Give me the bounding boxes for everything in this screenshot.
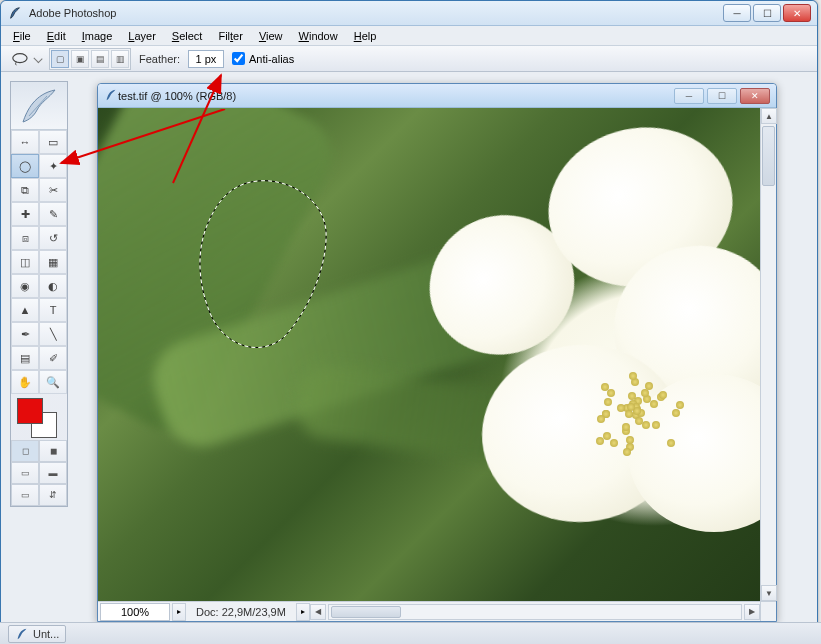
antialias-label: Anti-alias (249, 53, 294, 65)
screen-mode-row-2: ▭ ⇵ (11, 484, 67, 506)
brush-tool[interactable]: ✎ (39, 202, 67, 226)
document-minimize-button[interactable]: ─ (674, 88, 704, 104)
zoom-level-input[interactable]: 100% (100, 603, 170, 621)
toolbox: ↔▭◯✦⧉✂✚✎⧇↺◫▦◉◐▲T✒╲▤✐✋🔍 ◻ ◼ ▭ ▬ ▭ ⇵ (10, 81, 68, 507)
status-popup-button[interactable]: ▸ (172, 603, 186, 621)
menu-file[interactable]: File (7, 28, 37, 44)
flower-stamen (575, 355, 694, 463)
scroll-left-button[interactable]: ◀ (310, 604, 326, 620)
eyedropper-tool[interactable]: ✐ (39, 346, 67, 370)
menubar: File Edit Image Layer Select Filter View… (1, 26, 817, 46)
menu-help[interactable]: Help (348, 28, 383, 44)
vertical-scrollbar[interactable]: ▲ ▼ (760, 108, 776, 601)
vertical-scroll-thumb[interactable] (762, 126, 775, 186)
lasso-selection-marquee (188, 173, 338, 353)
zoom-tool[interactable]: 🔍 (39, 370, 67, 394)
document-close-button[interactable]: ✕ (740, 88, 770, 104)
jump-to-imageready-button[interactable]: ⇵ (39, 484, 67, 506)
dodge-tool[interactable]: ◐ (39, 274, 67, 298)
close-button[interactable]: ✕ (783, 4, 811, 22)
resize-corner[interactable] (760, 601, 776, 621)
menu-window[interactable]: Window (293, 28, 344, 44)
screen-mode-row: ▭ ▬ (11, 462, 67, 484)
scroll-right-button[interactable]: ▶ (744, 604, 760, 620)
canvas[interactable] (98, 108, 760, 601)
eraser-tool[interactable]: ◫ (11, 250, 39, 274)
pen-tool[interactable]: ✒ (11, 322, 39, 346)
menu-view[interactable]: View (253, 28, 289, 44)
document-window-controls: ─ ☐ ✕ (674, 88, 770, 104)
history-brush-tool[interactable]: ↺ (39, 226, 67, 250)
notes-tool[interactable]: ▤ (11, 346, 39, 370)
feather-input[interactable] (188, 50, 224, 68)
taskbar: Unt... (0, 622, 821, 644)
horizontal-scroll-thumb[interactable] (331, 606, 401, 618)
document-size-info: Doc: 22,9M/23,9M (186, 606, 296, 618)
app-title: Adobe Photoshop (29, 7, 723, 19)
document-maximize-button[interactable]: ☐ (707, 88, 737, 104)
color-swatches (11, 394, 67, 440)
menu-filter[interactable]: Filter (212, 28, 248, 44)
screen-full-menubar-button[interactable]: ▬ (39, 462, 67, 484)
minimize-button[interactable]: ─ (723, 4, 751, 22)
status-menu-button[interactable]: ▸ (296, 603, 310, 621)
maximize-button[interactable]: ☐ (753, 4, 781, 22)
gradient-tool[interactable]: ▦ (39, 250, 67, 274)
svg-point-0 (13, 53, 27, 62)
blur-tool[interactable]: ◉ (11, 274, 39, 298)
photoshop-logo-icon (11, 82, 67, 130)
dropdown-icon (33, 54, 42, 63)
horizontal-scroll-track[interactable] (328, 604, 742, 620)
foreground-color-swatch[interactable] (17, 398, 43, 424)
move-tool[interactable]: ↔ (11, 130, 39, 154)
selection-add-button[interactable]: ▣ (71, 50, 89, 68)
document-icon (104, 88, 118, 104)
screen-full-button[interactable]: ▭ (11, 484, 39, 506)
main-window: Adobe Photoshop ─ ☐ ✕ File Edit Image La… (0, 0, 818, 640)
lasso-tool[interactable]: ◯ (11, 154, 39, 178)
taskbar-item-label: Unt... (33, 628, 59, 640)
taskbar-app-icon (15, 627, 29, 641)
selection-new-button[interactable]: ▢ (51, 50, 69, 68)
quickmask-mode-button[interactable]: ◼ (39, 440, 67, 462)
screen-standard-button[interactable]: ▭ (11, 462, 39, 484)
path-selection-tool[interactable]: ▲ (11, 298, 39, 322)
edit-mode-row: ◻ ◼ (11, 440, 67, 462)
selection-mode-group: ▢ ▣ ▤ ▥ (49, 48, 131, 70)
healing-brush-tool[interactable]: ✚ (11, 202, 39, 226)
menu-image[interactable]: Image (76, 28, 119, 44)
scroll-up-button[interactable]: ▲ (761, 108, 777, 124)
taskbar-item[interactable]: Unt... (8, 625, 66, 643)
feather-label: Feather: (139, 53, 180, 65)
menu-select[interactable]: Select (166, 28, 209, 44)
status-bar: 100% ▸ Doc: 22,9M/23,9M ▸ ◀ ▶ (98, 601, 760, 621)
menu-edit[interactable]: Edit (41, 28, 72, 44)
window-controls: ─ ☐ ✕ (723, 4, 811, 22)
type-tool[interactable]: T (39, 298, 67, 322)
lasso-preset-icon[interactable] (11, 49, 41, 69)
document-titlebar[interactable]: test.tif @ 100% (RGB/8) ─ ☐ ✕ (98, 84, 776, 108)
selection-intersect-button[interactable]: ▥ (111, 50, 129, 68)
slice-tool[interactable]: ✂ (39, 178, 67, 202)
crop-tool[interactable]: ⧉ (11, 178, 39, 202)
antialias-input[interactable] (232, 52, 245, 65)
tool-grid: ↔▭◯✦⧉✂✚✎⧇↺◫▦◉◐▲T✒╲▤✐✋🔍 (11, 130, 67, 394)
marquee-tool[interactable]: ▭ (39, 130, 67, 154)
selection-subtract-button[interactable]: ▤ (91, 50, 109, 68)
scroll-down-button[interactable]: ▼ (761, 585, 777, 601)
canvas-area[interactable] (98, 108, 760, 601)
document-title: test.tif @ 100% (RGB/8) (118, 90, 674, 102)
menu-layer[interactable]: Layer (122, 28, 162, 44)
titlebar: Adobe Photoshop ─ ☐ ✕ (1, 1, 817, 26)
document-window: test.tif @ 100% (RGB/8) ─ ☐ ✕ (97, 83, 777, 622)
standard-mode-button[interactable]: ◻ (11, 440, 39, 462)
clone-stamp-tool[interactable]: ⧇ (11, 226, 39, 250)
photoshop-app-icon (7, 5, 23, 21)
magic-wand-tool[interactable]: ✦ (39, 154, 67, 178)
options-bar: ▢ ▣ ▤ ▥ Feather: Anti-alias (1, 46, 817, 72)
antialias-checkbox[interactable]: Anti-alias (232, 52, 294, 65)
line-tool[interactable]: ╲ (39, 322, 67, 346)
hand-tool[interactable]: ✋ (11, 370, 39, 394)
